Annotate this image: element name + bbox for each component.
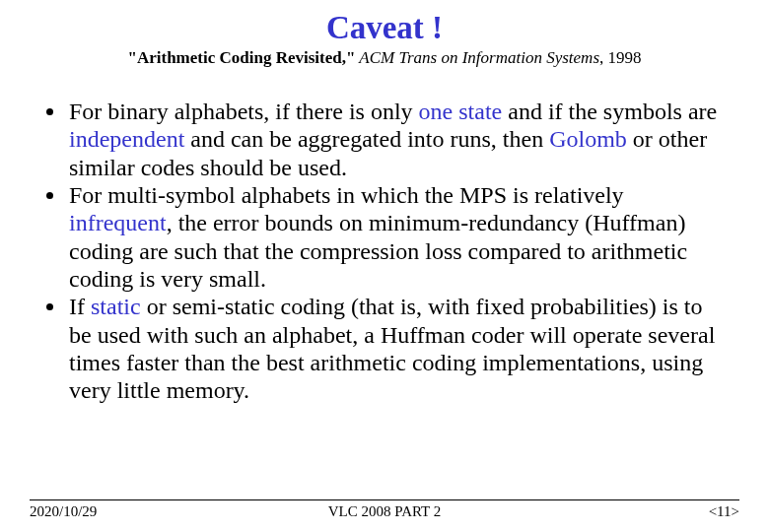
list-item: If static or semi-static coding (that is… xyxy=(67,293,730,404)
bullet-text: For binary alphabets, if there is only xyxy=(69,99,419,124)
footer-divider xyxy=(30,499,739,500)
bullet-list: For binary alphabets, if there is only o… xyxy=(39,98,730,404)
bullet-text: If xyxy=(69,294,91,319)
citation-journal: ACM Trans on Information Systems xyxy=(355,48,599,67)
highlight-independent: independent xyxy=(69,126,184,152)
slide: Caveat ! "Arithmetic Coding Revisited," … xyxy=(0,0,769,532)
list-item: For multi-symbol alphabets in which the … xyxy=(67,181,730,293)
highlight-infrequent: infrequent xyxy=(69,210,167,235)
bullet-text: or semi-static coding (that is, with fix… xyxy=(69,294,715,403)
citation-title: "Arithmetic Coding Revisited," xyxy=(127,48,355,67)
highlight-golomb: Golomb xyxy=(549,126,627,152)
slide-subtitle: "Arithmetic Coding Revisited," ACM Trans… xyxy=(30,48,739,68)
footer: 2020/10/29 VLC 2008 PART 2 <11> xyxy=(30,499,739,520)
bullet-text: For multi-symbol alphabets in which the … xyxy=(69,182,624,208)
slide-title: Caveat ! xyxy=(30,8,739,46)
citation-year: , 1998 xyxy=(599,48,642,67)
highlight-static: static xyxy=(91,294,141,319)
list-item: For binary alphabets, if there is only o… xyxy=(67,98,730,181)
footer-center: VLC 2008 PART 2 xyxy=(30,503,739,520)
footer-row: 2020/10/29 VLC 2008 PART 2 <11> xyxy=(30,503,739,520)
bullet-text: and if the symbols are xyxy=(502,99,717,124)
bullet-text: and can be aggregated into runs, then xyxy=(184,126,549,152)
highlight-one-state: one state xyxy=(419,99,503,124)
